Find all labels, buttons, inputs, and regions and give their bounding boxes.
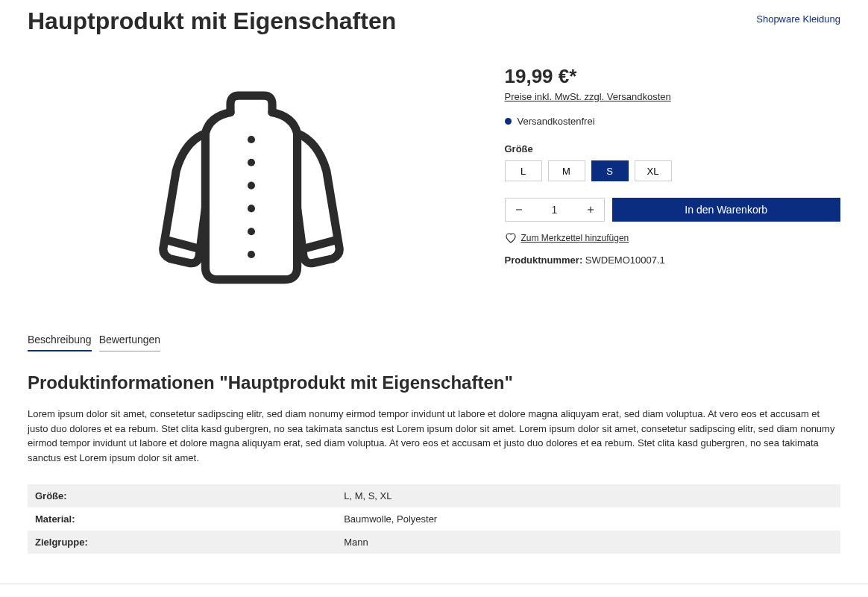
svg-line-1 [306,240,337,248]
tab-description[interactable]: Beschreibung [28,334,92,351]
svg-point-5 [248,204,255,212]
add-to-cart-button[interactable]: In den Warenkorb [612,198,841,222]
shirt-icon [147,87,356,296]
prop-value: Mann [336,531,840,554]
tab-reviews[interactable]: Bewertungen [99,334,161,351]
product-number: SWDEMO10007.1 [585,254,665,266]
price: 19,99 €* [505,65,841,88]
table-row: Zielgruppe: Mann [28,531,840,554]
svg-point-6 [248,228,255,235]
size-option-xl[interactable]: XL [635,160,672,181]
prop-value: Baumwolle, Polyester [336,507,840,531]
size-option-s[interactable]: S [591,160,629,181]
quantity-stepper: 1 [505,198,605,222]
prop-label: Zielgruppe: [28,531,336,554]
brand-link[interactable]: Shopware Kleidung [756,7,840,25]
price-note-link[interactable]: Preise inkl. MwSt. zzgl. Versandkosten [505,91,671,102]
quantity-increase-button[interactable] [577,199,604,221]
prop-label: Größe: [28,484,336,507]
shipping-label: Versandkostenfrei [518,116,595,127]
svg-line-0 [166,240,197,248]
info-title: Produktinformationen "Hauptprodukt mit E… [28,372,840,393]
plus-icon [585,204,596,215]
page-title: Hauptprodukt mit Eigenschaften [28,7,396,35]
prop-value: L, M, S, XL [336,484,840,507]
svg-point-3 [248,159,255,166]
size-options: L M S XL [505,160,841,181]
size-option-m[interactable]: M [548,160,585,181]
availability-dot-icon [505,118,512,125]
quantity-decrease-button[interactable] [506,199,532,221]
heart-icon [505,232,517,244]
description-text: Lorem ipsum dolor sit amet, consetetur s… [28,407,840,465]
table-row: Material: Baumwolle, Polyester [28,507,840,531]
footer-divider [0,584,868,584]
minus-icon [514,204,524,215]
svg-point-4 [248,182,255,190]
table-row: Größe: L, M, S, XL [28,484,840,507]
svg-point-2 [248,136,255,143]
properties-table: Größe: L, M, S, XL Material: Baumwolle, … [28,484,840,554]
svg-point-7 [248,251,255,258]
size-label: Größe [505,143,841,154]
tabs: Beschreibung Bewertungen [28,334,840,351]
prop-label: Material: [28,507,336,531]
product-image [28,57,475,296]
product-number-label: Produktnummer: [505,254,583,266]
quantity-value: 1 [532,199,577,221]
size-option-l[interactable]: L [505,160,542,181]
wishlist-link[interactable]: Zum Merkzettel hinzufügen [521,233,629,243]
